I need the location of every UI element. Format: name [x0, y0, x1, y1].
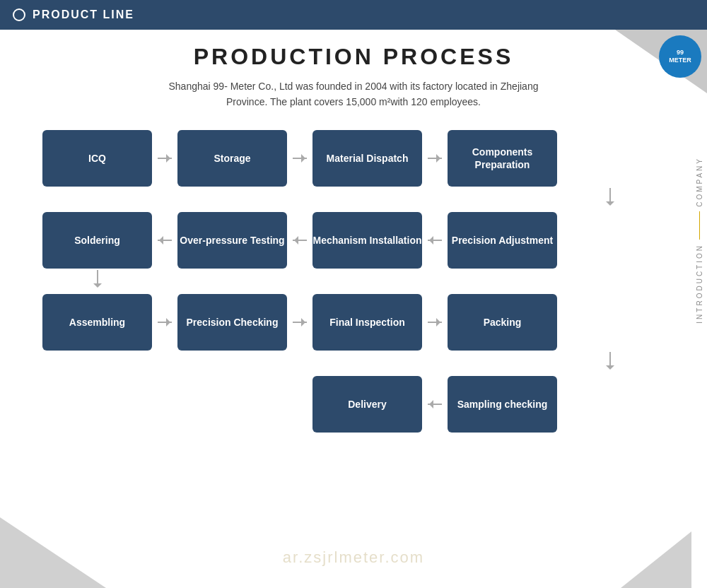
page-description: Shanghai 99- Meter Co., Ltd was founded …: [28, 78, 679, 110]
flow-box-empty-1: [42, 376, 152, 433]
sidebar-label: COMPANY INTRODUCTION: [691, 141, 707, 339]
arrow-down-1: [603, 187, 617, 212]
flow-box-storage: Storage: [177, 130, 287, 187]
connector-row-2: [42, 269, 665, 294]
arrow-left-3: [422, 233, 448, 247]
connector-row-3: [42, 351, 665, 376]
logo-circle: 99METER: [659, 35, 701, 78]
flow-diagram: ICQ Storage Material Dispatch Components…: [42, 130, 665, 433]
arrow-right-4: [152, 315, 177, 329]
flow-box-material-dispatch: Material Dispatch: [312, 130, 422, 187]
logo-text: 99METER: [669, 49, 691, 64]
sidebar-line-decoration: [699, 211, 700, 240]
bottom-right-triangle-decoration: [621, 531, 691, 588]
flow-box-assembling: Assembling: [42, 294, 152, 351]
flow-box-sampling: Sampling checking: [448, 376, 557, 433]
arrow-right-1: [152, 151, 177, 165]
arrow-left-2: [287, 233, 312, 247]
arrow-right-5: [287, 315, 312, 329]
flow-box-precision-adj: Precision Adjustment: [448, 212, 557, 269]
main-content: PRODUCTION PROCESS Shanghai 99- Meter Co…: [0, 30, 707, 440]
flow-box-empty-2: [177, 376, 287, 433]
flow-box-packing: Packing: [448, 294, 557, 351]
header-bar: PRODUCT LINE: [0, 0, 707, 30]
arrow-down-2: [90, 269, 105, 294]
flow-box-delivery: Delivery: [312, 376, 422, 433]
flow-box-icq: ICQ: [42, 130, 152, 187]
arrow-left-4: [422, 397, 448, 411]
flow-box-overpressure: Over-pressure Testing: [177, 212, 287, 269]
flow-box-final-inspection: Final Inspection: [312, 294, 422, 351]
sidebar-company-text: COMPANY: [696, 157, 703, 207]
arrow-right-2: [287, 151, 312, 165]
flow-box-soldering: Soldering: [42, 212, 152, 269]
watermark: ar.zsjrlmeter.com: [283, 548, 424, 567]
sidebar-intro-text: INTRODUCTION: [696, 244, 703, 324]
arrow-right-3: [422, 151, 448, 165]
flow-box-mechanism: Mechanism Installation: [312, 212, 422, 269]
flow-box-components-prep: Components Preparation: [448, 130, 557, 187]
arrow-left-1: [152, 233, 177, 247]
logo-corner: 99METER: [615, 30, 707, 93]
header-circle-icon: [13, 8, 25, 21]
page-title: PRODUCTION PROCESS: [28, 44, 679, 70]
arrow-down-3: [603, 351, 617, 376]
flow-box-precision-check: Precision Checking: [177, 294, 287, 351]
bottom-left-triangle-decoration: [0, 517, 106, 588]
header-title: PRODUCT LINE: [33, 8, 134, 21]
arrow-right-6: [422, 315, 448, 329]
connector-row-1: [42, 187, 665, 212]
